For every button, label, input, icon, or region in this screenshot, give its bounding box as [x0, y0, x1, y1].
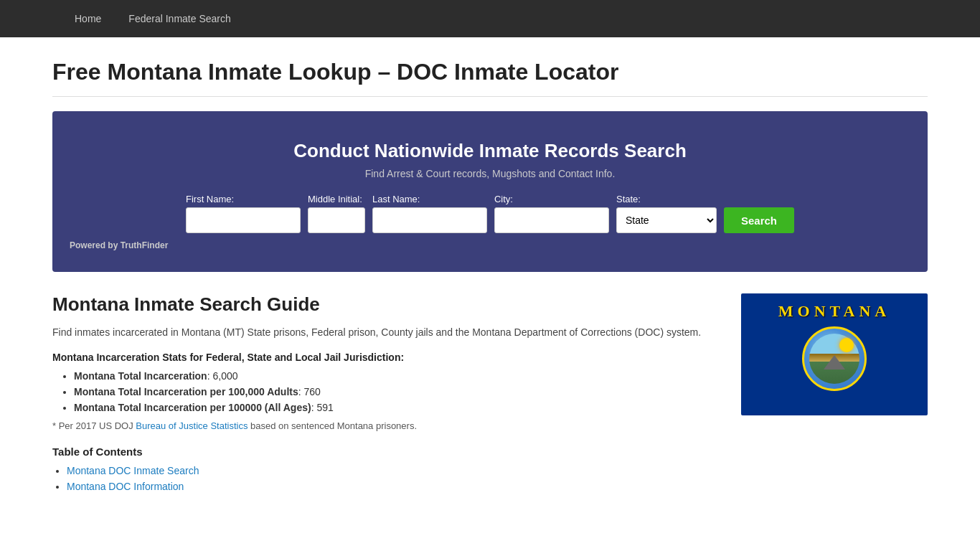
city-label: City: [494, 194, 513, 204]
stats-item: Montana Total Incarceration: 6,000 [74, 370, 720, 382]
toc-list: Montana DOC Inmate SearchMontana DOC Inf… [52, 465, 720, 492]
first-name-group: First Name: [186, 194, 301, 233]
flag-seal [802, 326, 867, 391]
content-right: MONTANA [741, 293, 928, 496]
footnote-prefix: * Per 2017 US DOJ [52, 420, 136, 431]
search-button[interactable]: Search [724, 207, 794, 233]
banner-subheading: Find Arrest & Court records, Mugshots an… [67, 168, 913, 179]
content-area: Montana Inmate Search Guide Find inmates… [52, 293, 928, 496]
stats-item: Montana Total Incarceration per 100000 (… [74, 402, 720, 413]
page-title: Free Montana Inmate Lookup – DOC Inmate … [52, 59, 928, 97]
toc-item: Montana DOC Information [67, 481, 720, 492]
stats-list: Montana Total Incarceration: 6,000Montan… [52, 370, 720, 413]
last-name-label: Last Name: [372, 194, 420, 204]
state-select[interactable]: StateAlabamaAlaskaArizonaArkansasCalifor… [616, 207, 717, 233]
middle-initial-input[interactable] [308, 207, 365, 233]
middle-initial-label: Middle Initial: [308, 194, 362, 204]
search-banner: Conduct Nationwide Inmate Records Search… [52, 111, 928, 272]
section-title: Montana Inmate Search Guide [52, 293, 720, 316]
stats-heading: Montana Incarceration Stats for Federal,… [52, 352, 720, 363]
city-input[interactable] [494, 207, 609, 233]
intro-text: Find inmates incarcerated in Montana (MT… [52, 324, 720, 340]
last-name-group: Last Name: [372, 194, 487, 233]
middle-initial-group: Middle Initial: [308, 194, 365, 233]
last-name-input[interactable] [372, 207, 487, 233]
nav-home[interactable]: Home [72, 1, 104, 36]
search-form: First Name: Middle Initial: Last Name: C… [67, 194, 913, 233]
seal-sun [839, 338, 854, 352]
bjs-link[interactable]: Bureau of Justice Statistics [136, 420, 248, 431]
city-group: City: [494, 194, 609, 233]
nav-federal-search[interactable]: Federal Inmate Search [126, 1, 233, 36]
toc-heading: Table of Contents [52, 446, 720, 458]
navbar: Home Federal Inmate Search [0, 0, 980, 37]
stats-item: Montana Total Incarceration per 100,000 … [74, 386, 720, 397]
seal-inner [809, 334, 859, 384]
banner-heading: Conduct Nationwide Inmate Records Search [67, 140, 913, 162]
seal-mountain [824, 355, 845, 369]
first-name-input[interactable] [186, 207, 301, 233]
state-group: State: StateAlabamaAlaskaArizonaArkansas… [616, 194, 717, 233]
toc-link[interactable]: Montana DOC Inmate Search [67, 465, 199, 476]
footnote: * Per 2017 US DOJ Bureau of Justice Stat… [52, 420, 720, 431]
state-label: State: [616, 194, 641, 204]
first-name-label: First Name: [186, 194, 234, 204]
powered-by: Powered by TruthFinder [67, 240, 913, 250]
content-left: Montana Inmate Search Guide Find inmates… [52, 293, 720, 496]
flag-text: MONTANA [778, 293, 890, 321]
toc-item: Montana DOC Inmate Search [67, 465, 720, 476]
toc-link[interactable]: Montana DOC Information [67, 481, 184, 492]
main-content: Free Montana Inmate Lookup – DOC Inmate … [38, 37, 942, 518]
footnote-suffix: based on sentenced Montana prisoners. [248, 420, 417, 431]
montana-flag-image: MONTANA [741, 293, 928, 415]
